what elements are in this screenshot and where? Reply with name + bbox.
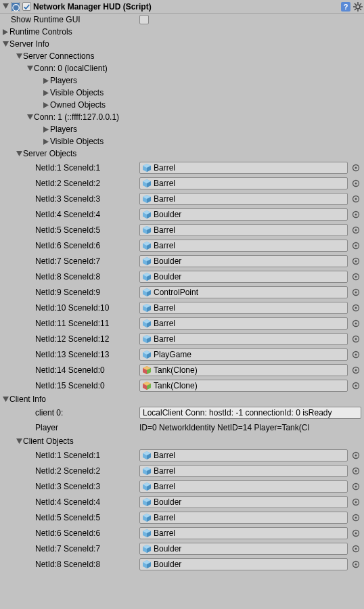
server-object-label: NetId:1 SceneId:1 [35, 163, 100, 173]
server-object-label: NetId:8 SceneId:8 [35, 272, 100, 281]
server-object-object-field[interactable]: PlayGame [139, 348, 348, 361]
conn1-foldout[interactable] [26, 113, 34, 121]
server-object-row: NetId:8 SceneId:8 Boulder [0, 269, 364, 284]
server-object-label: NetId:6 SceneId:6 [35, 241, 100, 250]
server-info-foldout[interactable] [1, 40, 9, 48]
server-object-row: NetId:12 SceneId:12 Barrel [0, 331, 364, 346]
conn1-players-label: Players [50, 125, 77, 134]
server-objects-foldout[interactable] [15, 150, 23, 158]
client-object-object-field[interactable]: Barrel [139, 480, 348, 493]
client-object-row: NetId:2 SceneId:2 Barrel [0, 463, 364, 478]
server-connections-foldout[interactable] [15, 52, 23, 60]
conn1-players-foldout[interactable] [42, 125, 50, 133]
client-object-object-field[interactable]: Barrel [139, 449, 348, 461]
server-object-object-field[interactable]: Barrel [139, 302, 348, 314]
cube-icon [143, 451, 151, 459]
object-picker-icon[interactable] [350, 512, 361, 523]
server-object-object-field[interactable]: Barrel [139, 177, 348, 189]
object-picker-icon[interactable] [350, 559, 361, 570]
client-info-foldout[interactable] [1, 395, 9, 403]
server-object-object-name: Boulder [154, 272, 344, 281]
conn0-owned-foldout[interactable] [42, 101, 50, 109]
object-picker-icon[interactable] [350, 318, 361, 329]
server-object-label: NetId:14 SceneId:0 [35, 365, 105, 375]
runtime-controls-foldout[interactable] [1, 28, 9, 36]
client-object-row: NetId:6 SceneId:6 Barrel [0, 525, 364, 541]
server-object-object-field[interactable]: Tank(Clone) [139, 380, 348, 392]
object-picker-icon[interactable] [350, 466, 361, 476]
server-object-row: NetId:1 SceneId:1 Barrel [0, 160, 364, 175]
server-connections-label: Server Connections [23, 51, 94, 61]
object-picker-icon[interactable] [350, 365, 361, 376]
server-object-object-field[interactable]: Barrel [139, 193, 348, 205]
client-object-label: NetId:7 SceneId:7 [35, 544, 100, 554]
gear-icon[interactable] [353, 2, 363, 12]
component-enabled-checkbox[interactable] [22, 2, 31, 11]
server-object-object-field[interactable]: Boulder [139, 255, 348, 267]
server-object-object-field[interactable]: Barrel [139, 224, 348, 236]
help-icon[interactable] [341, 2, 350, 12]
object-picker-icon[interactable] [350, 334, 361, 344]
object-picker-icon[interactable] [350, 162, 361, 173]
object-picker-icon[interactable] [350, 225, 361, 235]
object-picker-icon[interactable] [350, 209, 361, 220]
object-picker-icon[interactable] [350, 287, 361, 298]
object-picker-icon[interactable] [350, 178, 361, 189]
client-object-object-name: Barrel [154, 528, 344, 538]
object-picker-icon[interactable] [350, 543, 361, 554]
conn0-players-foldout[interactable] [42, 76, 50, 85]
object-picker-icon[interactable] [350, 450, 361, 461]
object-picker-icon[interactable] [350, 256, 361, 267]
client0-field[interactable]: LocalClient Conn: hostId: -1 connectionI… [139, 407, 361, 419]
conn0-players-label: Players [50, 76, 77, 85]
client-object-object-name: Boulder [154, 544, 344, 554]
server-object-label: NetId:7 SceneId:7 [35, 256, 100, 266]
object-picker-icon[interactable] [350, 380, 361, 391]
cube-icon [143, 288, 151, 296]
server-object-label: NetId:9 SceneId:9 [35, 288, 100, 297]
server-object-object-field[interactable]: Boulder [139, 208, 348, 221]
component-foldout[interactable] [1, 3, 9, 11]
client-object-object-field[interactable]: Boulder [139, 558, 348, 570]
conn1-visible-label: Visible Objects [50, 137, 104, 146]
object-picker-icon[interactable] [350, 349, 361, 360]
server-object-object-field[interactable]: Barrel [139, 240, 348, 252]
server-object-label: NetId:10 SceneId:10 [35, 303, 109, 313]
client-object-object-field[interactable]: Barrel [139, 465, 348, 477]
object-picker-icon[interactable] [350, 302, 361, 313]
client-object-object-name: Boulder [154, 497, 344, 507]
object-picker-icon[interactable] [350, 528, 361, 539]
object-picker-icon[interactable] [350, 271, 361, 282]
client-object-object-field[interactable]: Boulder [139, 543, 348, 555]
conn0-visible-foldout[interactable] [42, 89, 50, 97]
cube-icon [143, 226, 151, 234]
cube-icon [143, 545, 151, 553]
object-picker-icon[interactable] [350, 481, 361, 492]
client-object-object-field[interactable]: Barrel [139, 527, 348, 539]
server-object-label: NetId:3 SceneId:3 [35, 194, 100, 204]
server-object-object-field[interactable]: Boulder [139, 271, 348, 283]
object-picker-icon[interactable] [350, 497, 361, 508]
client-object-label: NetId:4 SceneId:4 [35, 497, 100, 507]
client-object-object-field[interactable]: Boulder [139, 496, 348, 508]
object-picker-icon[interactable] [350, 194, 361, 204]
cube-icon [143, 242, 151, 250]
cube-icon [143, 304, 151, 312]
conn0-owned-label: Owned Objects [50, 100, 106, 110]
server-info-label: Server Info [9, 39, 49, 49]
server-object-label: NetId:11 SceneId:11 [35, 319, 109, 328]
client-object-row: NetId:8 SceneId:8 Boulder [0, 556, 364, 572]
client-object-object-field[interactable]: Barrel [139, 512, 348, 524]
server-object-object-field[interactable]: Barrel [139, 333, 348, 345]
show-runtime-gui-checkbox[interactable] [139, 15, 149, 24]
client-objects-foldout[interactable] [15, 437, 23, 445]
server-object-object-field[interactable]: ControlPoint [139, 286, 348, 298]
conn0-foldout[interactable] [26, 64, 34, 72]
conn1-visible-foldout[interactable] [42, 137, 50, 145]
server-object-object-name: Boulder [154, 210, 344, 219]
server-object-object-field[interactable]: Barrel [139, 162, 348, 174]
object-picker-icon[interactable] [350, 240, 361, 251]
server-object-object-field[interactable]: Tank(Clone) [139, 364, 348, 376]
server-object-object-field[interactable]: Barrel [139, 317, 348, 330]
component-title: Network Manager HUD (Script) [33, 2, 338, 12]
